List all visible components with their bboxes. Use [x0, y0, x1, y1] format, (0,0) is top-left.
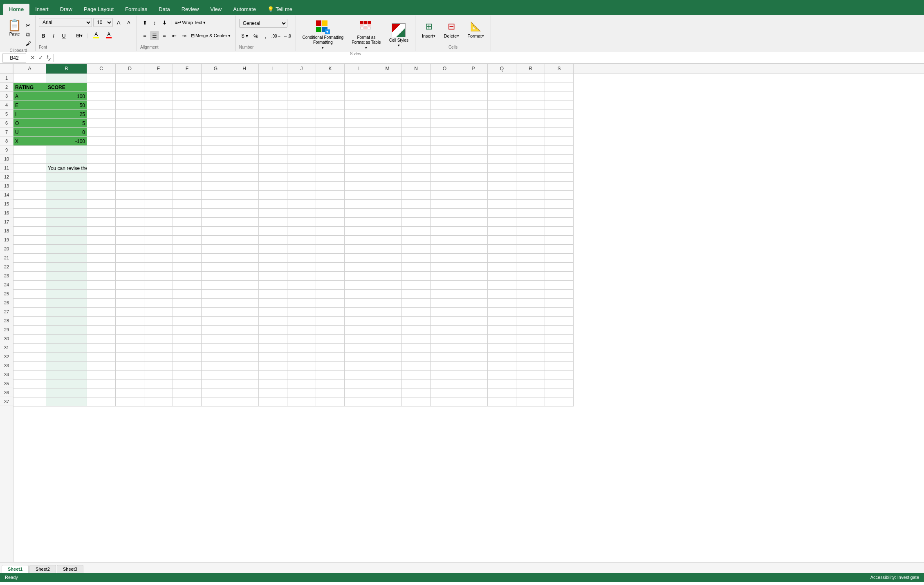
cell-R7[interactable] — [516, 128, 545, 137]
cell-J14[interactable] — [287, 191, 316, 200]
cell-J17[interactable] — [287, 218, 316, 227]
cell-O18[interactable] — [431, 227, 459, 236]
row-header-25[interactable]: 25 — [0, 289, 13, 298]
cell-S8[interactable] — [545, 137, 574, 146]
cell-A34[interactable] — [13, 371, 46, 380]
cell-M34[interactable] — [373, 371, 402, 380]
cell-M2[interactable] — [373, 83, 402, 92]
cell-P1[interactable] — [459, 74, 488, 83]
cell-P25[interactable] — [459, 290, 488, 299]
cell-J7[interactable] — [287, 128, 316, 137]
cell-M24[interactable] — [373, 281, 402, 290]
cell-J8[interactable] — [287, 137, 316, 146]
cell-R34[interactable] — [516, 371, 545, 380]
cell-P12[interactable] — [459, 173, 488, 182]
cell-J27[interactable] — [287, 308, 316, 317]
copy-button[interactable]: ⧉ — [25, 30, 32, 39]
cell-H8[interactable] — [230, 137, 259, 146]
cell-K35[interactable] — [316, 380, 345, 389]
cell-I35[interactable] — [259, 380, 287, 389]
cell-R26[interactable] — [516, 299, 545, 308]
cell-D19[interactable] — [116, 236, 144, 245]
cell-B35[interactable] — [46, 380, 87, 389]
cell-H35[interactable] — [230, 380, 259, 389]
cell-I18[interactable] — [259, 227, 287, 236]
cell-A3[interactable]: A — [13, 92, 46, 101]
cell-G17[interactable] — [202, 218, 230, 227]
cell-O21[interactable] — [431, 254, 459, 263]
cell-R8[interactable] — [516, 137, 545, 146]
row-header-36[interactable]: 36 — [0, 388, 13, 397]
increase-font-button[interactable]: A — [114, 18, 123, 27]
cell-I23[interactable] — [259, 272, 287, 281]
cell-K7[interactable] — [316, 128, 345, 137]
cell-E26[interactable] — [144, 299, 173, 308]
delete-button[interactable]: ⊟ Delete ▾ — [440, 19, 462, 40]
sheet-tab-sheet1[interactable]: Sheet1 — [2, 565, 29, 573]
cell-E1[interactable] — [144, 74, 173, 83]
row-header-7[interactable]: 7 — [0, 127, 13, 136]
tab-tell-me[interactable]: 💡 Tell me — [262, 4, 298, 15]
align-left-button[interactable]: ≡ — [140, 31, 149, 40]
cell-M31[interactable] — [373, 344, 402, 353]
cell-K8[interactable] — [316, 137, 345, 146]
cell-F11[interactable] — [173, 164, 202, 173]
cell-I11[interactable] — [259, 164, 287, 173]
cell-K1[interactable] — [316, 74, 345, 83]
cell-O23[interactable] — [431, 272, 459, 281]
row-header-19[interactable]: 19 — [0, 235, 13, 244]
col-header-L[interactable]: L — [345, 64, 373, 74]
row-header-24[interactable]: 24 — [0, 280, 13, 289]
cell-N34[interactable] — [402, 371, 431, 380]
cell-R32[interactable] — [516, 353, 545, 362]
cell-F19[interactable] — [173, 236, 202, 245]
cell-G3[interactable] — [202, 92, 230, 101]
cell-S3[interactable] — [545, 92, 574, 101]
cell-L4[interactable] — [345, 101, 373, 110]
cell-K30[interactable] — [316, 335, 345, 344]
row-header-3[interactable]: 3 — [0, 92, 13, 100]
cell-D4[interactable] — [116, 101, 144, 110]
font-size-selector[interactable]: 10 — [93, 18, 113, 27]
cell-I33[interactable] — [259, 362, 287, 371]
cell-E34[interactable] — [144, 371, 173, 380]
cell-H17[interactable] — [230, 218, 259, 227]
cell-A31[interactable] — [13, 344, 46, 353]
cell-N5[interactable] — [402, 110, 431, 119]
cell-A11[interactable] — [13, 164, 46, 173]
row-header-4[interactable]: 4 — [0, 100, 13, 109]
cell-N27[interactable] — [402, 308, 431, 317]
cell-J19[interactable] — [287, 236, 316, 245]
cell-I13[interactable] — [259, 182, 287, 191]
cell-Q6[interactable] — [488, 119, 516, 128]
cell-N19[interactable] — [402, 236, 431, 245]
cell-B8[interactable]: -100 — [46, 137, 87, 146]
cell-S7[interactable] — [545, 128, 574, 137]
cell-G19[interactable] — [202, 236, 230, 245]
cell-C2[interactable] — [87, 83, 116, 92]
cell-L21[interactable] — [345, 254, 373, 263]
cell-E24[interactable] — [144, 281, 173, 290]
cell-Q26[interactable] — [488, 299, 516, 308]
cell-F4[interactable] — [173, 101, 202, 110]
cell-A32[interactable] — [13, 353, 46, 362]
cell-K32[interactable] — [316, 353, 345, 362]
cell-F31[interactable] — [173, 344, 202, 353]
cell-I26[interactable] — [259, 299, 287, 308]
cell-A33[interactable] — [13, 362, 46, 371]
cell-F7[interactable] — [173, 128, 202, 137]
cell-H7[interactable] — [230, 128, 259, 137]
cell-I27[interactable] — [259, 308, 287, 317]
cell-Q18[interactable] — [488, 227, 516, 236]
cell-N28[interactable] — [402, 317, 431, 326]
cell-P24[interactable] — [459, 281, 488, 290]
cell-Q27[interactable] — [488, 308, 516, 317]
cell-A5[interactable]: I — [13, 110, 46, 119]
cell-J36[interactable] — [287, 389, 316, 397]
cell-E10[interactable] — [144, 155, 173, 164]
cell-F3[interactable] — [173, 92, 202, 101]
cell-G35[interactable] — [202, 380, 230, 389]
cell-D1[interactable] — [116, 74, 144, 83]
cell-N10[interactable] — [402, 155, 431, 164]
cell-O10[interactable] — [431, 155, 459, 164]
